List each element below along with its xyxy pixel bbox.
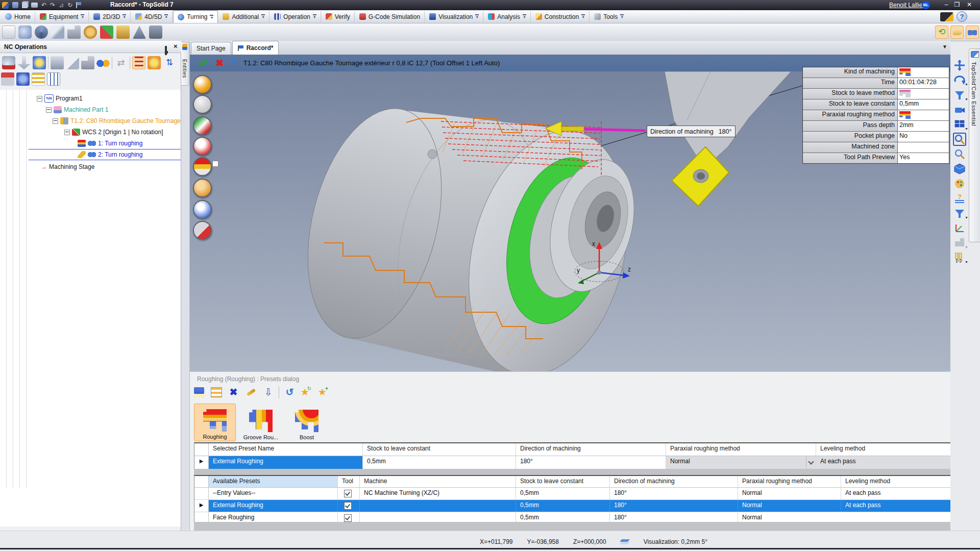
tree-item-tool[interactable]: T1.2: C80 Rhombique Gauche Tournage	[29, 115, 181, 127]
preset-name-cell[interactable]: External Roughing	[209, 456, 363, 469]
column-header[interactable]: Stock to leave constant	[363, 443, 516, 456]
render-palette-icon[interactable]	[953, 177, 966, 190]
lathe-part-icon[interactable]	[18, 26, 32, 39]
chevron-down-icon[interactable]: ▼	[81, 14, 84, 19]
flag-icon[interactable]	[76, 2, 82, 8]
tag-icon[interactable]	[950, 26, 964, 39]
collapse-icon[interactable]	[46, 107, 52, 113]
leveling-dropdown[interactable]: At each pass	[816, 456, 962, 469]
binoculars-icon[interactable]	[96, 56, 110, 69]
close-button[interactable]: ✕	[965, 1, 974, 9]
print-icon[interactable]	[31, 3, 38, 8]
redo-icon[interactable]: ↷	[50, 1, 55, 10]
tab-verify[interactable]: Verify	[322, 11, 355, 22]
tool-library-icon[interactable]	[116, 26, 130, 39]
machine-icon[interactable]	[67, 26, 81, 39]
reorder-icon[interactable]: ⇅	[163, 56, 176, 69]
recycle-icon[interactable]: ⟲	[935, 26, 948, 39]
close-panel-icon[interactable]: ×	[174, 43, 178, 49]
refresh-icon[interactable]: ↻	[67, 1, 72, 10]
spark-blue-icon[interactable]	[16, 72, 30, 86]
tab-home[interactable]: Home	[1, 11, 35, 22]
axis-display-icon[interactable]	[953, 221, 966, 235]
validate-check-icon[interactable]: ✔	[199, 57, 208, 70]
column-header[interactable]: Leveling method	[841, 476, 962, 487]
probe-icon[interactable]	[133, 26, 146, 39]
isometric-box-icon[interactable]	[953, 162, 966, 176]
edit-wrench-icon[interactable]	[244, 385, 258, 399]
tree-item-machining-stage[interactable]: → Machining Stage	[29, 161, 181, 172]
tab-construction[interactable]: Construction▼	[531, 11, 590, 22]
save-preset-icon[interactable]	[192, 385, 206, 399]
parameters-icon[interactable]	[47, 72, 60, 86]
chevron-down-icon[interactable]: ▼	[261, 14, 265, 19]
stock-icon[interactable]	[51, 26, 64, 39]
table-view-icon[interactable]	[209, 385, 223, 399]
favorites-star-button[interactable]	[193, 75, 212, 94]
chevron-down-icon[interactable]: ▼	[210, 15, 213, 19]
tab-equipment[interactable]: Equipment▼	[36, 11, 89, 22]
column-header[interactable]: Machine	[360, 476, 516, 487]
tab-analysis[interactable]: Analysis▼	[484, 11, 531, 22]
restore-button[interactable]: ❐	[952, 1, 962, 9]
tree-item-machined-part[interactable]: Machined Part 1	[29, 104, 181, 115]
chevron-down-icon[interactable]: ▼	[523, 14, 526, 19]
tab-turning[interactable]: Turning▼	[173, 10, 218, 23]
visualization-setting[interactable]: Visualization: 0,2mm 5°	[644, 538, 707, 545]
profile-button[interactable]	[193, 116, 212, 135]
checklist-icon[interactable]	[32, 72, 45, 86]
tile-boost[interactable]: Boost	[286, 404, 328, 441]
column-header[interactable]: Selected Preset Name	[209, 443, 363, 456]
tool-checkbox[interactable]	[344, 490, 352, 497]
tab-visualization[interactable]: Visualization▼	[425, 11, 483, 22]
tab-2d3d[interactable]: 2D/3D▼	[89, 11, 131, 22]
collapse-icon[interactable]	[64, 130, 70, 135]
column-header[interactable]: Paraxial roughing method	[738, 476, 841, 487]
display-help-icon[interactable]: ?	[953, 192, 966, 205]
documentation-icon[interactable]	[66, 56, 79, 69]
chevron-down-icon[interactable]: ▼	[581, 14, 585, 19]
turn-mode-icon[interactable]	[2, 56, 15, 69]
chevron-down-icon[interactable]: ▼	[122, 14, 126, 19]
roughing-layers-button[interactable]	[193, 157, 212, 176]
column-header[interactable]: Available Presets	[209, 476, 338, 487]
search-binoculars-icon[interactable]	[966, 26, 979, 39]
preset-row-external-roughing[interactable]: ▶ External Roughing 0,5mm 180° Normal At…	[194, 500, 962, 512]
save-icon[interactable]	[12, 2, 18, 8]
preset-row-entry-values[interactable]: --Entry Values-- NC Machine Turning (XZ/…	[194, 488, 962, 500]
apply-preset-icon[interactable]: ⇩	[261, 385, 275, 399]
sync-icon[interactable]: ⇄	[114, 56, 128, 69]
reset-icon[interactable]: ↺	[283, 385, 297, 399]
direction-cell[interactable]: 180°	[516, 456, 666, 469]
section-view-icon[interactable]: ▼	[953, 207, 966, 220]
camera-icon[interactable]	[149, 26, 162, 39]
rotate-view-icon[interactable]: ▼	[953, 73, 966, 87]
tool-checkbox[interactable]	[344, 502, 352, 510]
tree-item-turn-roughing-2[interactable]: 2: Turn roughing	[29, 149, 181, 160]
tile-roughing[interactable]: Roughing	[194, 404, 236, 441]
gears-button[interactable]	[193, 179, 212, 197]
gears-icon[interactable]	[84, 26, 97, 39]
turned-part[interactable]	[286, 94, 652, 371]
filter-operations-icon[interactable]	[148, 56, 161, 69]
swirl-button[interactable]	[193, 137, 212, 156]
help-icon[interactable]: ?	[957, 11, 967, 22]
tree-view-icon[interactable]	[132, 56, 145, 69]
layers-icon[interactable]	[621, 539, 629, 545]
drill-mode-icon[interactable]	[17, 56, 31, 69]
tab-start-page[interactable]: Start Page	[191, 42, 231, 55]
column-header[interactable]: Direction of machining	[610, 476, 738, 487]
zoom-window-icon[interactable]	[953, 133, 966, 146]
column-header[interactable]: Direction of machining	[516, 443, 666, 456]
wcs-icon[interactable]	[100, 26, 113, 39]
tab-4d5d[interactable]: 4D/5D▼	[131, 11, 173, 22]
sketch-angle-icon[interactable]: ⊿	[59, 1, 64, 10]
tree-item-program[interactable]: %N Program1	[29, 93, 181, 104]
topsolid-cam-essential-tab[interactable]: TopSolid'Cam Essential	[969, 48, 980, 242]
document-icon[interactable]	[2, 26, 15, 39]
machine-display-icon[interactable]: ▼	[953, 236, 966, 249]
undo-icon[interactable]: ↶	[41, 1, 46, 10]
print-operations-icon[interactable]	[51, 56, 64, 69]
machine-view-icon[interactable]	[81, 56, 94, 69]
tree-item-wcs[interactable]: WCS 2 [Origin 1 | No rotation]	[29, 127, 181, 138]
